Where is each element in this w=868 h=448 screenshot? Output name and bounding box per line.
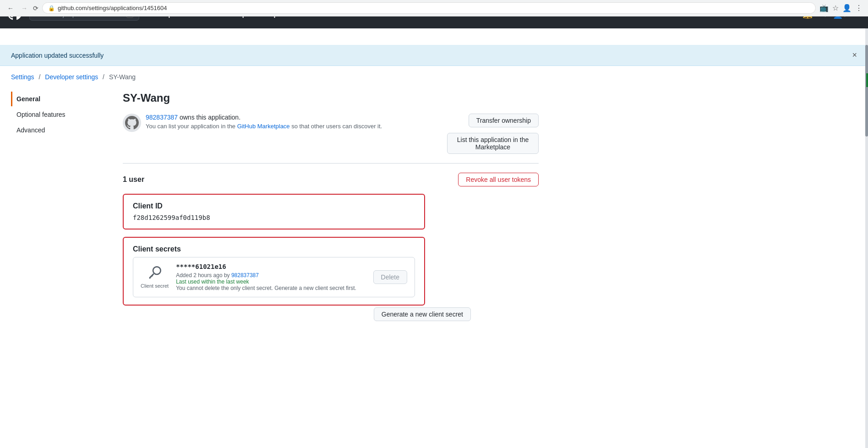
owner-info: 982837387 owns this application. You can…: [123, 114, 382, 132]
sidebar: General Optional features Advanced: [11, 92, 112, 321]
sidebar-item-optional-features[interactable]: Optional features: [11, 107, 112, 122]
marketplace-suffix: so that other users can discover it.: [291, 123, 382, 130]
secret-row: Client secret *****61021e16 Added 2 hour…: [133, 257, 415, 297]
last-used-text: Last used within the last week: [176, 279, 249, 285]
app-title: SY-Wang: [123, 92, 539, 104]
back-button[interactable]: ←: [5, 3, 16, 14]
owner-text: 982837387 owns this application.: [146, 114, 382, 121]
main-content: General Optional features Advanced SY-Wa…: [0, 84, 550, 328]
last-used: Last used within the last week: [176, 279, 366, 285]
secret-details: *****61021e16 Added 2 hours ago by 98283…: [176, 263, 366, 291]
client-secrets-box: Client secrets Client secret *****61021e…: [123, 237, 425, 306]
github-marketplace-link[interactable]: GitHub Marketplace: [237, 123, 290, 130]
owner-username-link[interactable]: 982837387: [146, 114, 178, 121]
client-id-value: f28d1262599af0d119b8: [133, 214, 415, 221]
owns-text: owns this application.: [180, 114, 240, 121]
alert-banner: Application updated successfully ×: [0, 45, 868, 66]
list-marketplace-button[interactable]: List this application in the Marketplace: [447, 133, 539, 154]
cast-icon: 📺: [819, 4, 829, 12]
url-text: github.com/settings/applications/1451604: [58, 5, 167, 11]
marketplace-text: You can list your application in the Git…: [146, 123, 382, 130]
secret-masked-value: *****61021e16: [176, 263, 366, 270]
key-icon: [141, 266, 169, 282]
green-indicator: [866, 73, 868, 87]
profile-icon[interactable]: 👤: [842, 4, 852, 12]
alert-close-button[interactable]: ×: [852, 50, 857, 60]
avatar: [123, 114, 141, 132]
breadcrumb-sep-1: /: [38, 73, 40, 81]
scroll-thumb: [865, 45, 868, 137]
secrets-header: Client secrets Client secret *****61021e…: [123, 237, 471, 306]
added-text: Added 2 hours ago by: [176, 272, 229, 279]
breadcrumb-current: SY-Wang: [109, 73, 136, 81]
secret-meta: Added 2 hours ago by 982837387: [176, 272, 366, 279]
scrollbar[interactable]: [865, 16, 868, 328]
generate-secret-button[interactable]: Generate a new client secret: [374, 307, 471, 321]
client-id-label: Client ID: [133, 202, 415, 210]
client-secrets-section: Client secrets Client secret *****61021e…: [123, 237, 471, 321]
browser-icons: 📺 ☆ 👤 ⋮: [819, 4, 863, 12]
generate-btn-container: Generate a new client secret: [123, 307, 471, 321]
marketplace-btn-line2: Marketplace: [475, 143, 510, 151]
client-id-box: Client ID f28d1262599af0d119b8: [123, 194, 425, 229]
alert-message: Application updated successfully: [11, 52, 104, 59]
marketplace-prefix: You can list your application in the: [146, 123, 235, 130]
reload-button[interactable]: ⟳: [33, 5, 38, 12]
breadcrumb: Settings / Developer settings / SY-Wang: [0, 66, 868, 84]
lock-icon: 🔒: [48, 5, 55, 11]
breadcrumb-developer-settings[interactable]: Developer settings: [45, 73, 98, 81]
breadcrumb-sep-2: /: [103, 73, 104, 81]
owner-row: 982837387 owns this application. You can…: [123, 114, 539, 164]
delete-secret-button[interactable]: Delete: [373, 270, 407, 284]
star-icon[interactable]: ☆: [832, 4, 839, 12]
menu-icon[interactable]: ⋮: [855, 4, 863, 12]
sidebar-item-advanced[interactable]: Advanced: [11, 123, 112, 137]
transfer-ownership-button[interactable]: Transfer ownership: [469, 114, 539, 127]
users-section: 1 user Revoke all user tokens: [123, 173, 539, 186]
forward-button[interactable]: →: [19, 3, 29, 14]
address-bar[interactable]: 🔒 github.com/settings/applications/14516…: [42, 2, 816, 14]
users-count: 1 user: [123, 175, 144, 184]
client-secrets-label: Client secrets: [133, 245, 415, 253]
cannot-delete-text: You cannot delete the only client secret…: [176, 285, 366, 291]
secret-icon-container: Client secret: [141, 266, 169, 289]
added-by-link[interactable]: 982837387: [231, 272, 259, 279]
right-panel: Transfer ownership List this application…: [433, 114, 539, 154]
marketplace-btn-line1: List this application in the: [457, 136, 529, 143]
sidebar-item-general[interactable]: General: [11, 92, 112, 106]
secret-icon-label: Client secret: [141, 283, 169, 289]
app-section: SY-Wang 982837387 owns this application.…: [123, 92, 539, 321]
browser-chrome: ← → ⟳ 🔒 github.com/settings/applications…: [0, 0, 868, 16]
revoke-tokens-button[interactable]: Revoke all user tokens: [458, 173, 539, 186]
breadcrumb-settings[interactable]: Settings: [11, 73, 34, 81]
